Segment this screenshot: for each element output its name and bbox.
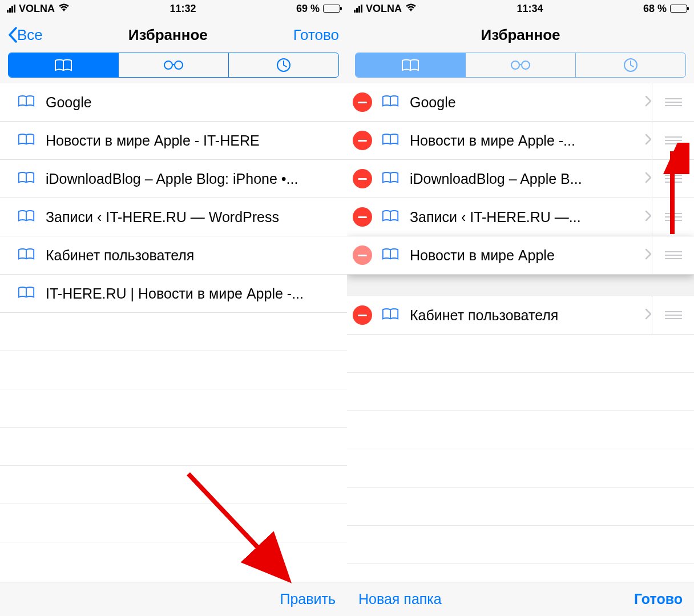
delete-button[interactable] <box>353 131 372 150</box>
empty-row <box>0 504 347 542</box>
bookmark-row[interactable]: iDownloadBlog – Apple Blog: iPhone •... <box>0 160 347 198</box>
book-icon <box>17 247 35 264</box>
signal-icon <box>354 5 362 13</box>
reorder-handle[interactable] <box>652 198 694 236</box>
book-icon <box>17 285 35 302</box>
status-time: 11:32 <box>170 3 196 15</box>
signal-icon <box>7 5 15 13</box>
empty-row <box>347 488 694 526</box>
status-bar: VOLNA 11:34 68 % <box>347 0 694 17</box>
delete-button[interactable] <box>353 245 372 265</box>
toolbar: Править <box>0 582 347 616</box>
page-title: Избранное <box>43 26 293 44</box>
bookmark-label: Новости в мире Apple - IT-HERE <box>46 132 339 149</box>
nav-header: Избранное <box>347 17 694 53</box>
right-screenshot: VOLNA 11:34 68 % Избранное <box>347 0 694 616</box>
reorder-handle[interactable] <box>652 160 694 198</box>
bookmark-label: Записи ‹ IT-HERE.RU —... <box>410 209 641 226</box>
clock-icon <box>276 58 291 73</box>
bookmark-row-edit[interactable]: iDownloadBlog – Apple B... <box>347 160 694 198</box>
empty-row <box>0 466 347 504</box>
reorder-handle[interactable] <box>652 296 694 334</box>
delete-button[interactable] <box>353 169 372 188</box>
book-icon <box>381 307 400 324</box>
empty-row <box>347 335 694 373</box>
bookmark-label: Google <box>410 94 641 111</box>
back-button[interactable]: Все <box>8 26 43 44</box>
empty-row <box>0 428 347 466</box>
book-icon <box>54 58 73 72</box>
delete-button[interactable] <box>353 305 372 325</box>
svg-point-4 <box>511 61 519 69</box>
reorder-handle[interactable] <box>652 236 694 274</box>
book-icon <box>17 94 35 111</box>
bookmark-row-edit[interactable]: Google <box>347 83 694 122</box>
bookmark-list-edit: GoogleНовости в мире Apple -...iDownload… <box>347 83 694 582</box>
bookmark-row-edit[interactable]: Записи ‹ IT-HERE.RU —... <box>347 198 694 236</box>
empty-row <box>0 313 347 351</box>
svg-point-1 <box>175 61 183 69</box>
bookmark-list: GoogleНовости в мире Apple - IT-HEREiDow… <box>0 83 347 582</box>
page-title: Избранное <box>355 26 686 44</box>
left-screenshot: VOLNA 11:32 69 % Все Избранное Готово <box>0 0 347 616</box>
bookmark-row[interactable]: Записи ‹ IT-HERE.RU — WordPress <box>0 198 347 236</box>
bookmark-label: Новости в мире Apple -... <box>410 132 641 149</box>
glasses-icon <box>162 59 185 71</box>
tab-reading-list[interactable] <box>119 53 229 77</box>
bookmark-label: Кабинет пользователя <box>410 307 641 324</box>
bookmark-row-edit[interactable]: Кабинет пользователя <box>347 296 694 335</box>
battery-percent: 69 % <box>296 3 320 15</box>
delete-button[interactable] <box>353 207 372 227</box>
glasses-icon <box>509 59 532 71</box>
svg-point-5 <box>522 61 530 69</box>
empty-row <box>347 449 694 488</box>
toolbar: Новая папка Готово <box>347 582 694 616</box>
chevron-right-icon <box>645 95 652 109</box>
segmented-control <box>8 53 339 78</box>
bookmark-row[interactable]: Google <box>0 83 347 122</box>
book-icon <box>381 208 400 226</box>
empty-row <box>347 526 694 564</box>
tab-bookmarks[interactable] <box>356 53 466 77</box>
segmented-control-row <box>347 53 694 83</box>
clock-icon <box>623 58 638 73</box>
empty-row <box>0 389 347 428</box>
segmented-control-row <box>0 53 347 83</box>
book-icon <box>401 58 420 72</box>
reorder-handle[interactable] <box>652 122 694 159</box>
reorder-handle[interactable] <box>652 83 694 121</box>
bookmark-row[interactable]: Новости в мире Apple - IT-HERE <box>0 122 347 160</box>
bookmark-label: iDownloadBlog – Apple Blog: iPhone •... <box>46 171 339 187</box>
carrier-label: VOLNA <box>19 3 55 15</box>
empty-row <box>347 373 694 411</box>
wifi-icon <box>58 3 70 15</box>
delete-button[interactable] <box>353 92 372 112</box>
book-icon <box>381 170 400 187</box>
bookmark-row[interactable]: IT-HERE.RU | Новости в мире Apple -... <box>0 275 347 313</box>
book-icon <box>17 170 35 187</box>
chevron-right-icon <box>645 172 652 186</box>
status-time: 11:34 <box>517 3 543 15</box>
bookmark-label: IT-HERE.RU | Новости в мире Apple -... <box>46 285 339 302</box>
bookmark-label: iDownloadBlog – Apple B... <box>410 171 641 187</box>
new-folder-button[interactable]: Новая папка <box>358 591 442 607</box>
tab-history[interactable] <box>576 53 685 77</box>
edit-button[interactable]: Править <box>280 591 336 607</box>
bookmark-label: Google <box>46 94 339 111</box>
tab-reading-list[interactable] <box>466 53 576 77</box>
chevron-right-icon <box>645 210 652 224</box>
battery-icon <box>323 5 340 13</box>
book-icon <box>381 94 400 111</box>
tab-history[interactable] <box>229 53 338 77</box>
bookmark-row-edit[interactable]: Новости в мире Apple <box>347 236 694 275</box>
book-icon <box>381 132 400 149</box>
drop-gap <box>347 275 694 296</box>
bookmark-row-edit[interactable]: Новости в мире Apple -... <box>347 122 694 160</box>
tab-bookmarks[interactable] <box>9 53 119 77</box>
empty-row <box>0 351 347 389</box>
wifi-icon <box>405 3 417 15</box>
done-button[interactable]: Готово <box>634 591 683 607</box>
done-button[interactable]: Готово <box>293 26 339 44</box>
bookmark-row[interactable]: Кабинет пользователя <box>0 236 347 275</box>
bookmark-label: Кабинет пользователя <box>46 247 339 264</box>
